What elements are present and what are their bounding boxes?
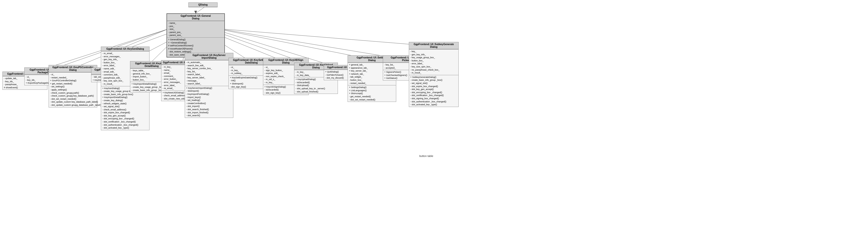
subkey-generate-methods: + SubkeyGenerateDialog() - create_basic_… [409, 75, 458, 107]
general-dialog-title: GgpFrontend::UI::GeneralDialog [167, 14, 224, 21]
key-server-import-box: GgpFrontend::UI::KeyServerImportDialog -… [185, 53, 234, 118]
subkey-generate-title: GgpFrontend::UI::SubkeyGenerateDialog [409, 42, 458, 49]
subkey-generate-box: GgpFrontend::UI::SubkeyGenerateDialog - … [409, 42, 459, 107]
svg-marker-1 [194, 11, 197, 13]
subkey-generate-attrs: - key_ - gen_key_info_ - key_usage_group… [409, 49, 458, 75]
keygen-dialog-methods: + KeyGenDialog() - create_key_usage_grou… [101, 86, 149, 130]
qdialog-box: QDialog [188, 2, 218, 7]
svg-line-0 [196, 7, 204, 13]
key-server-import-attrs: - m_automatic_ - search_line_edit_ - key… [185, 60, 233, 86]
general-dialog-box: GgpFrontend::UI::GeneralDialog - name_ -… [166, 13, 225, 58]
general-dialog-attrs: - name_ - pos_ - size_ - parent_pos_ - p… [167, 21, 224, 37]
gnupg-controller-box: GgpFrontend::UI::GnuPGControllerDialog -… [49, 65, 97, 108]
svg-line-16 [224, 29, 432, 46]
diagram-container: QDialog GgpFrontend::UI::GeneralDialog -… [0, 0, 868, 228]
button-table-label: button table [419, 154, 433, 157]
svg-line-15 [221, 29, 404, 60]
keygen-dialog-title: GgpFrontend::UI::KeyGenDialog [101, 47, 149, 51]
key-server-import-methods: + KeyServerImportDialog() - SlotImport()… [185, 86, 233, 118]
settings-dialog-methods: + SettingsDialog() + ListLanguages() + S… [348, 85, 396, 102]
gnupg-controller-methods: - ui_ - restart_needed_ + GnuPGControlle… [49, 72, 97, 107]
qdialog-title: QDialog [189, 3, 217, 7]
gnupg-controller-title: GgpFrontend::UI::GnuPGControllerDialog [49, 65, 97, 72]
svg-line-14 [219, 29, 371, 60]
key-server-import-title: GgpFrontend::UI::KeyServerImportDialog [185, 53, 233, 60]
